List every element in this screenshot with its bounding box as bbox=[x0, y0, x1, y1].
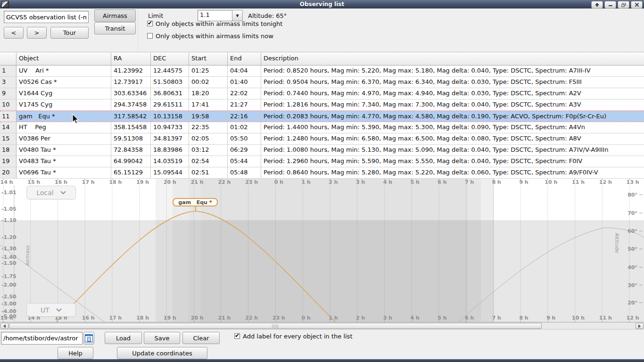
svg-text:20 h: 20 h bbox=[164, 179, 176, 185]
local-time-dropdown[interactable]: Local bbox=[26, 186, 76, 199]
cell-start: 01:25 bbox=[189, 66, 228, 77]
table-row[interactable]: 20V0696 Tau *65.1512915.0954402:5105:48P… bbox=[0, 167, 644, 179]
header-ra[interactable]: RA bbox=[111, 53, 151, 65]
table-row[interactable]: 14HT Peg358.1545810.9473322:3501:02Perio… bbox=[0, 122, 644, 133]
header-start[interactable]: Start bbox=[189, 53, 228, 65]
close-button[interactable] bbox=[631, 1, 643, 8]
svg-text:16 h: 16 h bbox=[82, 315, 95, 321]
airmass-now-checkbox[interactable] bbox=[147, 33, 153, 39]
list-name-input[interactable] bbox=[4, 11, 89, 23]
svg-text:17 h: 17 h bbox=[109, 315, 122, 321]
table-row[interactable]: 1UV Ari *41.2399212.4457501:2504:04Perio… bbox=[0, 66, 644, 77]
next-object-button[interactable]: > bbox=[27, 27, 47, 39]
prev-object-button[interactable]: < bbox=[4, 27, 24, 39]
cell-desc: Period: 0.7440 hours, Mag min: 4.970, Ma… bbox=[261, 88, 644, 99]
cell-num: 3 bbox=[0, 77, 17, 88]
scrollbar-grip-icon bbox=[272, 324, 279, 328]
svg-text:40°: 40° bbox=[627, 264, 637, 271]
file-browse-button[interactable] bbox=[83, 332, 94, 345]
update-coordinates-button[interactable]: Update coordinates bbox=[117, 347, 207, 359]
header-description[interactable]: Description bbox=[261, 53, 644, 65]
svg-text:16 h: 16 h bbox=[55, 179, 67, 185]
window-title: Observing list bbox=[0, 1, 644, 8]
minimize-button[interactable] bbox=[604, 1, 616, 8]
svg-text:20 h: 20 h bbox=[191, 315, 204, 321]
limit-dropdown-button[interactable]: ▼ bbox=[232, 10, 243, 21]
help-button[interactable]: Help bbox=[58, 347, 93, 359]
svg-text:80°: 80° bbox=[627, 192, 637, 198]
cell-end: 04:04 bbox=[228, 66, 261, 77]
svg-text:14 h: 14 h bbox=[0, 179, 13, 185]
table-row[interactable]: 15V0386 Per59.5130834.8139702:0505:50Per… bbox=[0, 133, 644, 145]
table-row[interactable]: 10V1745 Cyg294.3745829.6151117:4121:27Pe… bbox=[0, 99, 644, 111]
add-label-checkbox[interactable] bbox=[234, 333, 240, 339]
svg-text:2 h: 2 h bbox=[356, 315, 365, 321]
save-button[interactable]: Save bbox=[144, 332, 180, 344]
svg-text:7 h: 7 h bbox=[465, 179, 474, 185]
table-row[interactable]: 11gam Equ *317.5854210.1315819:5822:16Pe… bbox=[0, 111, 644, 122]
cell-dec: 29.61511 bbox=[151, 99, 189, 111]
cell-start: 02:54 bbox=[189, 156, 228, 167]
horizontal-scrollbar[interactable] bbox=[0, 322, 644, 329]
airmass-chart-svg: 14 h15 h16 h17 h18 h19 h20 h21 h22 h23 h… bbox=[0, 179, 644, 322]
load-button[interactable]: Load bbox=[105, 332, 142, 344]
svg-text:12 h: 12 h bbox=[627, 315, 639, 321]
cell-ra: 65.15129 bbox=[111, 167, 151, 179]
svg-text:10 h: 10 h bbox=[545, 179, 557, 185]
tour-button[interactable]: Tour bbox=[50, 27, 89, 39]
airmass-tonight-checkbox[interactable] bbox=[147, 21, 153, 26]
cell-obj: V0386 Per bbox=[17, 133, 111, 145]
chart-object-label[interactable]: gam Equ * bbox=[173, 198, 218, 206]
shade-button[interactable] bbox=[591, 1, 603, 8]
titlebar[interactable]: Observing list bbox=[0, 0, 644, 8]
svg-text:8 h: 8 h bbox=[492, 179, 501, 185]
maximize-button[interactable] bbox=[618, 1, 629, 8]
svg-text:-2.50: -2.50 bbox=[1, 294, 17, 300]
toolbar: < > Tour Airmass Transit Limit 1.1 ▼ Alt… bbox=[0, 8, 644, 52]
cell-start: 00:02 bbox=[189, 77, 228, 88]
svg-text:18 h: 18 h bbox=[136, 315, 149, 321]
clear-button[interactable]: Clear bbox=[182, 332, 220, 344]
cell-ra: 294.37458 bbox=[111, 99, 151, 111]
cell-start: 22:35 bbox=[189, 122, 228, 133]
header-dec[interactable]: DEC bbox=[151, 53, 189, 65]
local-time-label: Local bbox=[36, 189, 53, 197]
airmass-tonight-label: Only objects within airmass limits tonig… bbox=[156, 20, 282, 27]
scrollbar-thumb[interactable] bbox=[9, 323, 542, 329]
header-object[interactable]: Object bbox=[17, 53, 111, 65]
observing-list-table: 1UV Ari *41.2399212.4457501:2504:04Perio… bbox=[0, 66, 644, 179]
svg-text:-1.05: -1.05 bbox=[1, 206, 17, 212]
cell-obj: V0483 Tau * bbox=[17, 156, 111, 167]
scroll-left-button[interactable] bbox=[0, 323, 8, 329]
transit-button[interactable]: Transit bbox=[94, 22, 136, 34]
scroll-right-button[interactable] bbox=[636, 323, 644, 329]
cell-obj: UV Ari * bbox=[17, 66, 111, 77]
svg-text:22 h: 22 h bbox=[245, 315, 258, 321]
cell-dec: 36.80631 bbox=[151, 88, 189, 99]
cell-ra: 41.23992 bbox=[111, 66, 151, 77]
minimize-icon bbox=[609, 3, 612, 7]
limit-combobox[interactable]: 1.1 bbox=[198, 10, 232, 21]
add-label-label: Add label for every object in the list bbox=[243, 333, 352, 340]
cell-obj: V0480 Tau * bbox=[17, 145, 111, 156]
svg-text:50°: 50° bbox=[627, 246, 637, 252]
header-end[interactable]: End bbox=[228, 53, 261, 65]
cell-num: 10 bbox=[0, 99, 17, 111]
table-row[interactable]: 9V1644 Cyg303.6334636.8063118:2022:02Per… bbox=[0, 88, 644, 99]
cell-num: 19 bbox=[0, 156, 17, 167]
airmass-chart: 14 h15 h16 h17 h18 h19 h20 h21 h22 h23 h… bbox=[0, 179, 644, 322]
svg-text:-1.01: -1.01 bbox=[1, 189, 17, 196]
cell-desc: Period: 0.8520 hours, Mag min: 5.220, Ma… bbox=[261, 66, 644, 77]
cell-obj: V0696 Tau * bbox=[17, 167, 111, 179]
svg-text:-2.00: -2.00 bbox=[1, 282, 17, 288]
header-rownum[interactable] bbox=[0, 53, 17, 65]
cell-desc: Period: 0.8640 hours, Mag min: 5.280, Ma… bbox=[261, 167, 644, 179]
svg-text:9 h: 9 h bbox=[519, 179, 528, 185]
cell-desc: Period: 0.9504 hours, Mag min: 6.370, Ma… bbox=[261, 77, 644, 88]
ut-time-dropdown[interactable]: UT bbox=[26, 303, 76, 317]
table-row[interactable]: 18V0480 Tau *72.8435818.8398603:1206:29P… bbox=[0, 145, 644, 156]
table-row[interactable]: 19V0483 Tau *64.9904214.0351902:5405:44P… bbox=[0, 156, 644, 167]
table-row[interactable]: 3V0526 Cas *12.7391751.5080300:0201:40Pe… bbox=[0, 77, 644, 88]
airmass-button[interactable]: Airmass bbox=[94, 9, 136, 22]
file-path-input[interactable] bbox=[1, 332, 83, 345]
